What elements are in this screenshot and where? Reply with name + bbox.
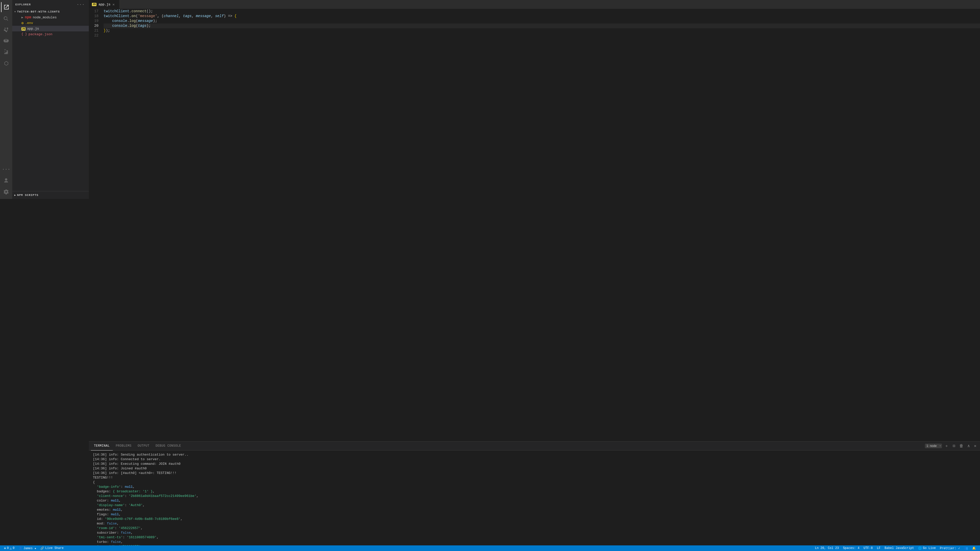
sidebar-item-search[interactable] xyxy=(1,13,11,24)
file-appjs[interactable]: JS app.js xyxy=(12,26,89,32)
sidebar-item-extensions[interactable] xyxy=(1,47,11,57)
line-numbers: 17 18 19 20 21 22 xyxy=(89,9,102,206)
code-content[interactable]: twitchClient.connect(); twitchClient.on(… xyxy=(102,9,372,206)
sidebar-item-remote[interactable]: ⬡ xyxy=(1,58,11,68)
code-line-19: console.log(message); xyxy=(103,19,372,24)
file-packagejson[interactable]: { } package.json xyxy=(12,32,89,37)
npm-icon: npm xyxy=(25,15,31,19)
sidebar-item-more[interactable]: ··· xyxy=(1,164,11,175)
file-env[interactable]: ⚙ .env xyxy=(12,20,89,26)
code-line-21: }); xyxy=(103,28,372,33)
code-line-18: twitchClient.on('message', (channel, tag… xyxy=(103,14,372,19)
sidebar-item-source-control[interactable] xyxy=(1,24,11,35)
npm-scripts-header[interactable]: ▶ NPM SCRIPTS xyxy=(12,192,89,198)
project-folder-header[interactable]: ▾ TWITCH-BOT-WITH-LIGHTS xyxy=(12,9,89,14)
tab-js-icon: JS xyxy=(92,3,97,6)
code-line-17: twitchClient.connect(); xyxy=(103,9,372,14)
sidebar-header: EXPLORER ··· xyxy=(12,0,89,9)
sidebar-item-explorer[interactable] xyxy=(1,2,11,12)
sidebar-item-run-debug[interactable] xyxy=(1,36,11,46)
js-icon: JS xyxy=(21,27,25,30)
tab-close-button[interactable]: ✕ xyxy=(113,2,115,6)
code-line-20: console.log(tags); xyxy=(103,24,372,28)
file-packagejson-label: package.json xyxy=(29,32,52,36)
file-node-modules[interactable]: ▶ npm node_modules xyxy=(12,14,89,20)
gear-icon: ⚙ xyxy=(21,21,24,25)
json-icon: { } xyxy=(21,32,27,36)
chevron-right-icon: ▶ xyxy=(21,16,23,19)
chevron-right-icon-npm: ▶ xyxy=(14,194,16,197)
activity-bar: ⬡ ··· xyxy=(0,0,12,199)
code-editor[interactable]: 17 18 19 20 21 22 twitchClient.connect()… xyxy=(89,9,372,206)
sidebar-more-button[interactable]: ··· xyxy=(76,2,86,7)
file-node-modules-label: node_modules xyxy=(33,16,57,19)
npm-scripts-label: NPM SCRIPTS xyxy=(17,194,38,197)
account-icon[interactable] xyxy=(1,176,11,186)
sidebar-title: EXPLORER xyxy=(15,3,31,6)
chevron-down-icon: ▾ xyxy=(14,10,16,13)
sidebar: EXPLORER ··· ▾ TWITCH-BOT-WITH-LIGHTS ▶ … xyxy=(12,0,89,199)
main-area: JS app.js ✕ 17 18 19 20 21 22 twitchClie… xyxy=(89,0,372,206)
project-name: TWITCH-BOT-WITH-LIGHTS xyxy=(17,10,60,13)
tab-appjs[interactable]: JS app.js ✕ xyxy=(89,0,119,9)
explorer-section: ▾ TWITCH-BOT-WITH-LIGHTS ▶ npm node_modu… xyxy=(12,9,89,191)
npm-scripts-section: ▶ NPM SCRIPTS xyxy=(12,191,89,199)
file-env-label: .env xyxy=(25,21,33,25)
tab-bar: JS app.js ✕ xyxy=(89,0,372,9)
settings-icon[interactable] xyxy=(1,187,11,197)
tab-appjs-label: app.js xyxy=(99,3,110,6)
file-appjs-label: app.js xyxy=(27,27,39,30)
